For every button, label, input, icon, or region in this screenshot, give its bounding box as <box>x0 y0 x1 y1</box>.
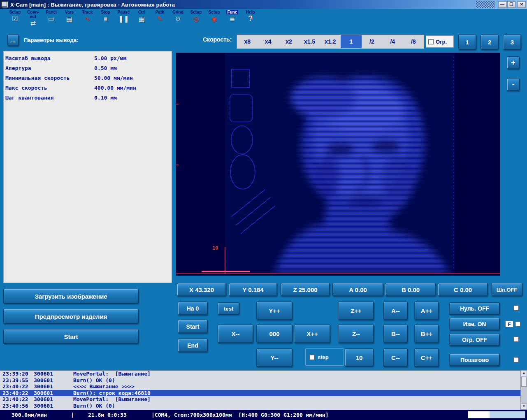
measure-on-button[interactable]: Изм. ON <box>449 318 500 330</box>
scroll-down-arrow-icon[interactable]: ▼ <box>521 404 527 410</box>
log-scrollbar[interactable]: ▲ ▼ <box>520 370 527 410</box>
status-feed-rate: 300.0мм/мин <box>12 412 47 418</box>
title-bar: X-Cam [main] : Выжигание, гравировка - А… <box>0 0 527 9</box>
toolbar-vars-button[interactable]: Vars▤ <box>61 10 78 23</box>
jog-b-plus-button[interactable]: B++ <box>414 325 439 343</box>
jog-x-minus-button[interactable]: X-- <box>218 325 253 343</box>
log-row[interactable]: 23:40:56300601Burn() OK (0) <box>0 403 527 409</box>
more-params-button[interactable]: ... <box>7 35 19 46</box>
zoom-in-button[interactable]: + <box>507 56 520 69</box>
log-row[interactable]: 23:39:55300601Burn() OK (0) <box>0 377 527 384</box>
minimize-button[interactable]: — <box>498 1 506 8</box>
setup-checklist-icon: ☑ <box>12 15 18 23</box>
speed-option-x1-2[interactable]: x1.2 <box>320 35 341 48</box>
axis-readout-c[interactable]: C 0.00 <box>438 283 488 296</box>
toolbar-setup2-button[interactable]: Setup◎ <box>188 10 204 23</box>
window-title: X-Cam [main] : Выжигание, гравировка - А… <box>10 2 175 8</box>
toolbar-path-button[interactable]: Path✎ <box>151 10 168 23</box>
jog-z-minus-button[interactable]: Z-- <box>338 325 374 343</box>
app-icon <box>2 2 8 7</box>
null-off-checkbox[interactable] <box>513 305 519 311</box>
stepwise-button[interactable]: Пошагово <box>449 354 500 366</box>
axis-readout-b[interactable]: B 0.00 <box>385 283 436 296</box>
load-image-button[interactable]: Загрузить изображение <box>3 289 139 304</box>
preset-button-3[interactable]: 3 <box>503 35 521 50</box>
scrollbar-thumb[interactable] <box>521 377 527 387</box>
speed-option-x2[interactable]: x2 <box>279 35 299 48</box>
preview-product-button[interactable]: Предпросмотр изделия <box>3 309 139 324</box>
axis-readout-y[interactable]: Y 0.184 <box>229 283 277 296</box>
start-job-button[interactable]: Start <box>3 329 139 344</box>
toolbar-setup3-button[interactable]: Setup◉ <box>206 10 223 23</box>
jog-y-plus-button[interactable]: Y++ <box>256 302 293 320</box>
scroll-up-arrow-icon[interactable]: ▲ <box>521 370 527 376</box>
jog-a-minus-button[interactable]: A-- <box>383 302 408 320</box>
axis-readout-x[interactable]: X 43.320 <box>177 283 226 296</box>
toolbar-track-button[interactable]: Track∿ <box>79 10 96 23</box>
maximize-button[interactable]: ❐ <box>507 1 515 8</box>
go-to-zero-button[interactable]: На 0 <box>178 302 208 315</box>
log-row-selected[interactable]: 23:40:22300601Burn(): строк кода:46810 <box>0 390 527 397</box>
progress-segment <box>202 271 250 272</box>
log-row[interactable]: 23:40:22300601<<<< Выжигание >>>> <box>0 383 527 390</box>
speed-option-x1-5[interactable]: x1.5 <box>299 35 320 48</box>
jog-end-button[interactable]: End <box>178 339 208 352</box>
jog-z-plus-button[interactable]: Z++ <box>338 302 374 320</box>
jog-b-minus-button[interactable]: B-- <box>383 325 408 343</box>
preset-button-2[interactable]: 2 <box>481 35 499 50</box>
status-job-progress: 21.8м 0:0:33 <box>88 412 127 418</box>
param-row: Минимальная скорость50.00 мм/мин <box>4 73 172 83</box>
toolbar-grind-button[interactable]: Grind⚙ <box>169 10 186 23</box>
speed-option-div2[interactable]: /2 <box>362 35 382 48</box>
limit-off-checkbox[interactable] <box>513 336 519 342</box>
axis-readout-z[interactable]: Z 25.000 <box>281 283 330 296</box>
spindle-toggle-button[interactable]: Шп.OFF <box>491 283 522 296</box>
grind-tool-icon: ⚙ <box>175 15 181 23</box>
toolbar-pause-button[interactable]: Pause❚❚ <box>115 10 132 23</box>
step-checkbox[interactable] <box>309 355 315 360</box>
pause-icon: ❚❚ <box>118 15 129 23</box>
speed-option-1-selected[interactable]: 1 <box>341 35 361 48</box>
limit-off-button[interactable]: Огр. OFF <box>449 334 500 346</box>
log-row[interactable]: 23:40:22300601MovePortal: [Выжигание] <box>0 396 527 403</box>
jog-y-minus-button[interactable]: Y-- <box>256 348 293 367</box>
speed-option-div8[interactable]: /8 <box>403 35 424 48</box>
toolbar-func-button[interactable]: Func≣ <box>224 10 241 23</box>
speed-option-x4[interactable]: x4 <box>258 35 278 48</box>
axis-readout-a[interactable]: A 0.00 <box>332 283 383 296</box>
jog-start-button[interactable]: Start <box>178 320 208 333</box>
message-log: 23:39:20300601MovePortal: [Выжигание] 23… <box>0 370 527 410</box>
param-row: Макс скорость400.00 мм/мин <box>4 83 172 93</box>
app-window: X-Cam [main] : Выжигание, гравировка - А… <box>0 0 527 420</box>
close-button[interactable]: ✕ <box>518 1 526 8</box>
step-value-button[interactable]: 10 <box>345 348 374 367</box>
log-row[interactable]: 23:39:20300601MovePortal: [Выжигание] <box>0 371 527 377</box>
preset-button-1[interactable]: 1 <box>458 35 476 50</box>
jog-zero-button[interactable]: 000 <box>256 325 293 343</box>
crosshair-marker <box>225 247 225 274</box>
measure-on-checkbox[interactable] <box>515 321 520 327</box>
toolbar-setup-button[interactable]: Setup☑ <box>7 10 23 23</box>
stepwise-checkbox[interactable] <box>513 357 519 362</box>
toolbar-connect-button[interactable]: Conn-ect⇄ <box>25 10 42 27</box>
connect-icon: ⇄ <box>30 19 36 27</box>
setup-disc2-icon: ◉ <box>211 15 217 23</box>
speed-option-div4[interactable]: /4 <box>382 35 403 48</box>
null-off-button[interactable]: Нуль. OFF <box>449 302 500 315</box>
toolbar-ctrl-button[interactable]: Ctrl▦ <box>133 10 150 23</box>
setup-disc-icon: ◎ <box>193 15 199 23</box>
toolbar-help-button[interactable]: Help? <box>242 10 259 23</box>
test-button[interactable]: test <box>218 302 239 315</box>
jog-x-plus-button[interactable]: X++ <box>294 325 330 343</box>
engraving-preview-canvas[interactable]: 10 <box>176 53 500 276</box>
zoom-out-button[interactable]: - <box>507 78 520 91</box>
toolbar-panel-button[interactable]: Panel▭ <box>43 10 60 23</box>
jog-a-plus-button[interactable]: A++ <box>414 302 439 320</box>
toolbar-stop-button[interactable]: Stop■ <box>97 10 114 23</box>
speed-option-x8[interactable]: x8 <box>237 35 258 48</box>
jog-c-plus-button[interactable]: C++ <box>414 348 439 367</box>
speed-limit-checkbox[interactable] <box>428 39 434 44</box>
params-panel-title: Параметры вывода: <box>24 37 78 43</box>
toolbar: Setup☑ Conn-ect⇄ Panel▭ Vars▤ Track∿ Sto… <box>0 10 527 28</box>
jog-c-minus-button[interactable]: C-- <box>383 348 408 367</box>
